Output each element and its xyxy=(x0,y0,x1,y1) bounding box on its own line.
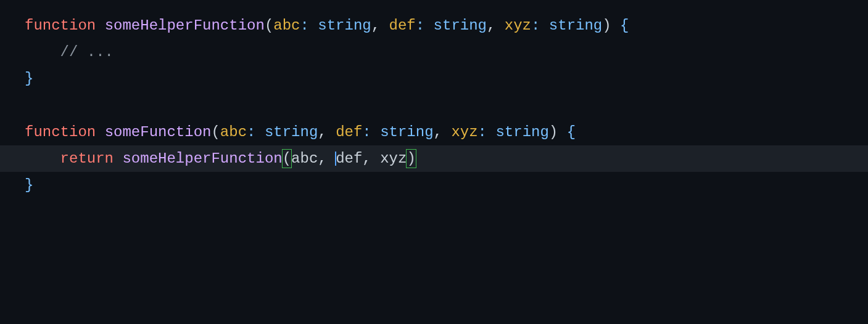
paren-close: ) xyxy=(602,17,611,34)
brace-open: { xyxy=(620,17,629,34)
type: string xyxy=(495,124,548,140)
code-line[interactable]: // ... xyxy=(25,39,843,65)
code-editor[interactable]: function someHelperFunction(abc: string,… xyxy=(25,12,843,198)
param: xyz xyxy=(505,17,531,34)
comment: // ... xyxy=(60,44,114,60)
param: abc xyxy=(220,124,247,140)
keyword-function: function xyxy=(25,124,96,140)
argument: abc xyxy=(291,150,318,167)
function-name: someHelperFunction xyxy=(105,17,265,34)
param: xyz xyxy=(451,124,477,140)
paren-close: ) xyxy=(549,124,558,140)
param: def xyxy=(336,124,362,140)
code-line-empty[interactable] xyxy=(25,92,843,119)
code-line[interactable]: function someFunction(abc: string, def: … xyxy=(25,119,843,145)
argument-cursor: def xyxy=(336,150,362,167)
paren-close-matched: ) xyxy=(407,150,415,167)
type: string xyxy=(549,17,602,34)
paren-open: ( xyxy=(265,17,273,34)
keyword-return: return xyxy=(60,150,114,167)
code-line-active[interactable]: return someHelperFunction(abc, def, xyz) xyxy=(0,145,868,172)
param: def xyxy=(389,17,416,34)
argument: xyz xyxy=(380,150,407,167)
param: abc xyxy=(273,17,300,34)
brace-close: } xyxy=(25,177,33,193)
type: string xyxy=(265,124,318,140)
code-line[interactable]: } xyxy=(25,65,843,92)
paren-open-matched: ( xyxy=(283,150,291,167)
brace-close: } xyxy=(25,70,33,87)
code-line[interactable]: function someHelperFunction(abc: string,… xyxy=(25,12,843,39)
brace-open: { xyxy=(567,124,576,140)
type: string xyxy=(380,124,433,140)
type: string xyxy=(318,17,371,34)
type: string xyxy=(434,17,487,34)
paren-open: ( xyxy=(211,124,220,140)
code-line[interactable]: } xyxy=(25,172,843,198)
function-call: someHelperFunction xyxy=(122,150,282,167)
keyword-function: function xyxy=(25,17,96,34)
function-name: someFunction xyxy=(105,124,212,140)
